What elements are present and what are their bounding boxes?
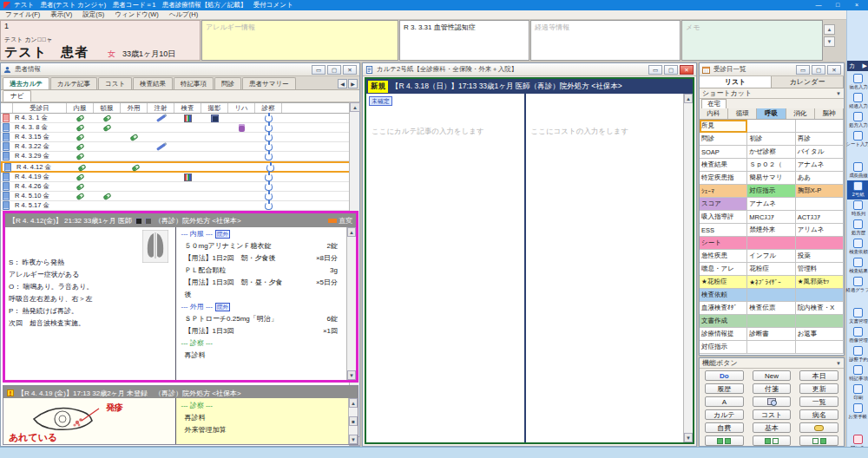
func-button-履歴[interactable]: 履歴: [705, 383, 744, 394]
tab-検査結果[interactable]: 検査結果: [133, 77, 173, 89]
spin-up-icon[interactable]: ▲: [824, 24, 835, 35]
toolbar-item-処方入力[interactable]: 処方入力: [847, 111, 868, 130]
home-care-tab[interactable]: 在宅: [701, 99, 727, 108]
menu-item-1[interactable]: 表示(V): [50, 10, 72, 19]
karte-entry-area[interactable]: ここにカルテ記事の入力をします: [366, 94, 524, 442]
past-orders[interactable]: --- 内服 ---院外５０mgアリナミンＦ糖衣錠2錠【用法】1日2回 朝・夕食…: [176, 227, 347, 380]
func-button-icon-money[interactable]: [799, 422, 838, 433]
func-button-sq-10[interactable]: [753, 435, 792, 446]
shortcut-MRCｽｺｱ[interactable]: MRCｽｺｱ: [747, 211, 795, 224]
order-item[interactable]: 【用法】1日3回 朝・昼・夕食×5日分: [181, 277, 344, 289]
toolbar-item-シート入力[interactable]: シート入力: [847, 130, 868, 149]
func-button-sq-01[interactable]: [799, 435, 838, 446]
shortcut-section-header[interactable]: ショートカット ▼: [700, 88, 844, 99]
order-item[interactable]: 【用法】1日3回×1回: [181, 325, 344, 337]
shortcut-★ﾈﾌﾞﾗｲｻﾞｰ[interactable]: ★ﾈﾌﾞﾗｲｻﾞｰ: [747, 276, 795, 289]
scroll-down-icon[interactable]: ▼: [347, 370, 356, 380]
shortcut-ACTｽｺｱ[interactable]: ACTｽｺｱ: [796, 211, 844, 224]
close-button[interactable]: ✕: [827, 65, 841, 75]
shortcut-スコア[interactable]: スコア: [700, 198, 747, 211]
shortcut-ESS[interactable]: ESS: [700, 224, 747, 237]
tab-コスト[interactable]: コスト: [98, 77, 132, 89]
order-item[interactable]: 再診料: [181, 412, 345, 424]
shortcut-血液検査ｵﾀﾞ[interactable]: 血液検査ｵﾀﾞ: [700, 302, 747, 315]
category-tab-内科[interactable]: 内科: [700, 108, 728, 119]
category-tab-循環[interactable]: 循環: [728, 108, 757, 119]
close-button[interactable]: ✕: [680, 65, 694, 75]
menu-item-2[interactable]: 設定(S): [82, 10, 104, 19]
bottom-orders[interactable]: --- 診察 ---再診料外来管理加算: [176, 398, 349, 444]
order-item[interactable]: ＳＰトローチ0.25mg「明治」6錠: [181, 313, 344, 325]
tab-問診[interactable]: 問診: [214, 77, 241, 89]
shortcut-インフル[interactable]: インフル: [747, 250, 795, 263]
shortcut-シート[interactable]: シート: [700, 237, 747, 250]
collapse-icon[interactable]: ▼: [836, 361, 841, 366]
toolbar-item-経過入力[interactable]: 経過入力: [847, 92, 868, 111]
tab-リスト[interactable]: リスト: [700, 76, 772, 88]
toolbar-item-成長曲線[interactable]: 成長曲線: [847, 161, 868, 180]
category-tab-呼吸[interactable]: 呼吸: [757, 108, 786, 119]
shortcut-★花粉症[interactable]: ★花粉症: [700, 276, 747, 289]
expand-icon[interactable]: ▶: [863, 62, 867, 69]
shortcut-アリムネ[interactable]: アリムネ: [796, 224, 844, 237]
shortcut-文書作成[interactable]: 文書作成: [700, 315, 747, 328]
shortcut-特定疾患指[interactable]: 特定疾患指: [700, 172, 747, 185]
patient-info-titlebar[interactable]: 患者情報 ▭ ▢ ✕: [1, 63, 359, 76]
minimize-button[interactable]: ▭: [312, 65, 326, 75]
toolbar-item-特記事項[interactable]: 特記事項: [847, 364, 868, 383]
toolbar-item-時系列[interactable]: 時系列: [847, 200, 868, 219]
karte-sheet-titlebar[interactable]: カルテ2号紙【全診療科・全保険・外来＋入院】 ▭ ▢ ✕: [363, 63, 696, 76]
karte-sheet-scrollbar[interactable]: ▲ ▼: [683, 94, 693, 442]
func-button-一覧[interactable]: 一覧: [799, 396, 838, 407]
toolbar-item-画像管理[interactable]: 画像管理: [847, 326, 868, 345]
func-button-New[interactable]: New: [753, 370, 792, 381]
minimize-button[interactable]: —: [811, 1, 826, 10]
func-button-sq-11[interactable]: [705, 435, 744, 446]
shortcut-再診[interactable]: 再診: [796, 133, 844, 146]
func-button-本日[interactable]: 本日: [799, 370, 838, 381]
toolbar-item-診察予約[interactable]: 診察予約: [847, 345, 868, 364]
order-item[interactable]: 外来管理加算: [181, 424, 345, 436]
tab-カレンダー[interactable]: カレンダー: [772, 76, 844, 88]
chest-xray-thumbnail[interactable]: [142, 230, 168, 263]
memo-field[interactable]: メモ: [681, 20, 823, 61]
shortcut-アナムネ[interactable]: アナムネ: [747, 198, 795, 211]
shortcut-胸部X-P[interactable]: 胸部X-P: [796, 185, 844, 198]
maximize-button[interactable]: ▢: [327, 65, 341, 75]
shortcut-投薬[interactable]: 投薬: [796, 250, 844, 263]
tab-scroll-left-icon[interactable]: ◀: [338, 79, 347, 88]
order-item[interactable]: 【用法】1日2回 朝・夕食後×8日分: [181, 252, 344, 265]
shortcut-所見[interactable]: 所見: [700, 120, 747, 133]
function-panel-header[interactable]: 機能ボタン ▼: [700, 358, 844, 369]
func-button-病名[interactable]: 病名: [799, 409, 838, 420]
cost-entry-area[interactable]: ここにコストの入力をします: [526, 94, 684, 442]
table-row[interactable]: R 4. 3.15 金: [1, 133, 351, 142]
menu-item-3[interactable]: ウィンドウ(W): [115, 10, 158, 19]
func-button-基本[interactable]: 基本: [753, 422, 792, 433]
shortcut-簡易サマリ[interactable]: 簡易サマリ: [747, 172, 795, 185]
shortcut-禁煙外来[interactable]: 禁煙外来: [747, 224, 795, 237]
func-button-コスト[interactable]: コスト: [753, 409, 792, 420]
soap-notes[interactable]: S： 昨夜から発熱アレルギー症状があるO： 喘鳴あり。ラ音あり。呼吸音左右差あり…: [5, 227, 176, 380]
table-row[interactable]: R 4. 4.26 金: [1, 182, 351, 192]
shortcut-★風邪薬ｾｯ[interactable]: ★風邪薬ｾｯ: [796, 276, 844, 289]
shortcut-ＳｐＯ２（[interactable]: ＳｐＯ２（: [747, 159, 795, 172]
toolbar-item-検査結果[interactable]: 検査結果: [847, 257, 868, 276]
shortcut-SOAP[interactable]: SOAP: [700, 146, 747, 159]
scroll-up-icon[interactable]: ▲: [684, 94, 693, 103]
func-button-自費[interactable]: 自費: [705, 422, 744, 433]
scroll-down-icon[interactable]: ▼: [684, 433, 693, 442]
past-karte-scrollbar[interactable]: ▲ ▼: [346, 227, 356, 380]
order-item[interactable]: ５０mgアリナミンＦ糖衣錠2錠: [181, 240, 344, 252]
shortcut-対症指示[interactable]: 対症指示: [700, 341, 747, 354]
table-row[interactable]: R 4. 3. 8 金: [1, 123, 351, 133]
minimize-button[interactable]: ▭: [648, 65, 662, 75]
order-item[interactable]: ＰＬ配合顆粒3g: [181, 265, 344, 277]
tab-scroll-right-icon[interactable]: ▶: [348, 79, 358, 88]
tab-過去カルテ[interactable]: 過去カルテ: [3, 77, 49, 89]
shortcut-アナムネ[interactable]: アナムネ: [796, 159, 844, 172]
scroll-up-icon[interactable]: ▲: [349, 398, 358, 408]
minimize-button[interactable]: ▭: [796, 65, 810, 75]
table-row[interactable]: R 4. 3.22 金: [1, 142, 351, 152]
shortcut-喘息・アレ[interactable]: 喘息・アレ: [700, 263, 747, 276]
